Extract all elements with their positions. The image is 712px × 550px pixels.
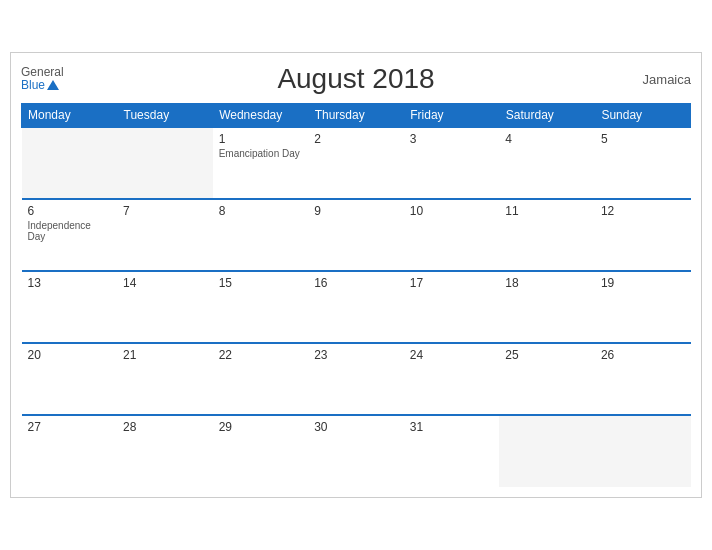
calendar-cell (22, 127, 118, 199)
weekday-header-row: MondayTuesdayWednesdayThursdayFridaySatu… (22, 104, 691, 128)
day-number: 7 (123, 204, 207, 218)
event-label: Emancipation Day (219, 148, 303, 159)
calendar-cell: 14 (117, 271, 213, 343)
calendar-cell: 10 (404, 199, 500, 271)
day-number: 18 (505, 276, 589, 290)
calendar-cell: 5 (595, 127, 691, 199)
calendar-cell: 24 (404, 343, 500, 415)
day-number: 24 (410, 348, 494, 362)
day-number: 29 (219, 420, 303, 434)
calendar-cell: 22 (213, 343, 309, 415)
calendar-cell: 11 (499, 199, 595, 271)
weekday-header-friday: Friday (404, 104, 500, 128)
day-number: 1 (219, 132, 303, 146)
calendar-cell: 28 (117, 415, 213, 487)
week-row-4: 2728293031 (22, 415, 691, 487)
day-number: 31 (410, 420, 494, 434)
day-number: 21 (123, 348, 207, 362)
day-number: 25 (505, 348, 589, 362)
day-number: 17 (410, 276, 494, 290)
calendar-cell: 1Emancipation Day (213, 127, 309, 199)
weekday-header-tuesday: Tuesday (117, 104, 213, 128)
calendar-header: General Blue August 2018 Jamaica (21, 63, 691, 95)
calendar-cell: 7 (117, 199, 213, 271)
day-number: 30 (314, 420, 398, 434)
calendar-cell: 20 (22, 343, 118, 415)
calendar-cell: 16 (308, 271, 404, 343)
weekday-header-saturday: Saturday (499, 104, 595, 128)
calendar-cell (499, 415, 595, 487)
calendar-cell: 21 (117, 343, 213, 415)
calendar-cell: 29 (213, 415, 309, 487)
calendar-cell: 30 (308, 415, 404, 487)
day-number: 19 (601, 276, 685, 290)
day-number: 6 (28, 204, 112, 218)
weekday-header-sunday: Sunday (595, 104, 691, 128)
weekday-header-wednesday: Wednesday (213, 104, 309, 128)
calendar-cell: 31 (404, 415, 500, 487)
calendar-cell: 6Independence Day (22, 199, 118, 271)
day-number: 14 (123, 276, 207, 290)
calendar-cell: 17 (404, 271, 500, 343)
weekday-header-thursday: Thursday (308, 104, 404, 128)
calendar-cell: 3 (404, 127, 500, 199)
week-row-3: 20212223242526 (22, 343, 691, 415)
calendar-cell: 19 (595, 271, 691, 343)
day-number: 2 (314, 132, 398, 146)
weekday-header-monday: Monday (22, 104, 118, 128)
day-number: 23 (314, 348, 398, 362)
day-number: 16 (314, 276, 398, 290)
logo-blue-text: Blue (21, 79, 64, 92)
day-number: 13 (28, 276, 112, 290)
event-label: Independence Day (28, 220, 112, 242)
calendar-cell: 25 (499, 343, 595, 415)
day-number: 12 (601, 204, 685, 218)
day-number: 4 (505, 132, 589, 146)
day-number: 11 (505, 204, 589, 218)
week-row-1: 6Independence Day789101112 (22, 199, 691, 271)
day-number: 15 (219, 276, 303, 290)
calendar-cell: 15 (213, 271, 309, 343)
day-number: 22 (219, 348, 303, 362)
day-number: 3 (410, 132, 494, 146)
calendar-cell: 18 (499, 271, 595, 343)
calendar-cell (117, 127, 213, 199)
day-number: 27 (28, 420, 112, 434)
calendar-cell: 12 (595, 199, 691, 271)
day-number: 5 (601, 132, 685, 146)
calendar-cell: 23 (308, 343, 404, 415)
day-number: 26 (601, 348, 685, 362)
week-row-0: 1Emancipation Day2345 (22, 127, 691, 199)
calendar-cell: 26 (595, 343, 691, 415)
calendar-container: General Blue August 2018 Jamaica MondayT… (10, 52, 702, 498)
calendar-cell: 13 (22, 271, 118, 343)
day-number: 28 (123, 420, 207, 434)
calendar-grid: MondayTuesdayWednesdayThursdayFridaySatu… (21, 103, 691, 487)
week-row-2: 13141516171819 (22, 271, 691, 343)
day-number: 10 (410, 204, 494, 218)
calendar-cell: 4 (499, 127, 595, 199)
calendar-cell: 8 (213, 199, 309, 271)
calendar-cell (595, 415, 691, 487)
country-label: Jamaica (643, 72, 691, 87)
calendar-title: August 2018 (277, 63, 434, 95)
day-number: 20 (28, 348, 112, 362)
calendar-cell: 27 (22, 415, 118, 487)
day-number: 8 (219, 204, 303, 218)
calendar-cell: 9 (308, 199, 404, 271)
logo: General Blue (21, 66, 64, 92)
day-number: 9 (314, 204, 398, 218)
calendar-cell: 2 (308, 127, 404, 199)
logo-triangle-icon (47, 80, 59, 90)
